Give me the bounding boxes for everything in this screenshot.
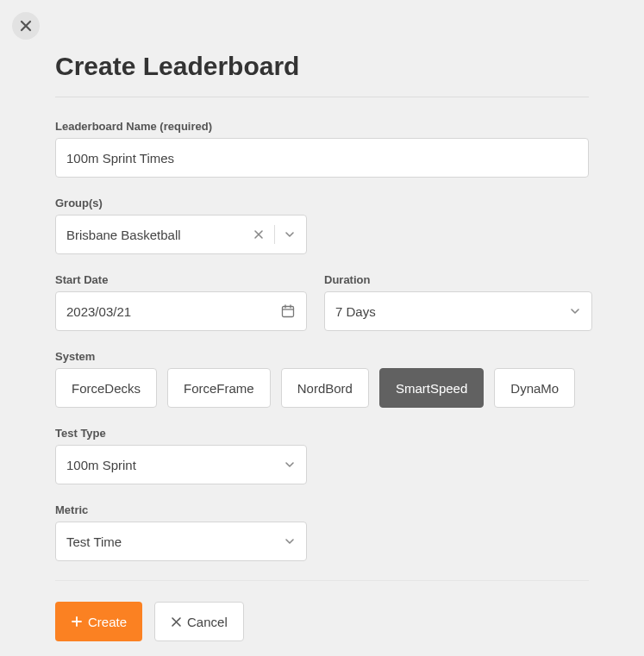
chevron-down-icon — [569, 305, 581, 317]
cancel-button[interactable]: Cancel — [154, 602, 244, 641]
groups-label: Group(s) — [55, 197, 589, 209]
system-option-smartspeed[interactable]: SmartSpeed — [379, 368, 484, 408]
system-segmented: ForceDecksForceFrameNordBordSmartSpeedDy… — [55, 368, 589, 408]
chevron-down-icon — [284, 459, 296, 471]
page-title: Create Leaderboard — [55, 52, 589, 81]
close-icon — [171, 616, 182, 628]
groups-select[interactable]: Brisbane Basketball — [55, 215, 307, 254]
separator — [274, 225, 275, 244]
metric-select[interactable]: Test Time — [55, 522, 307, 561]
duration-label: Duration — [324, 273, 592, 286]
create-button-label: Create — [88, 615, 127, 629]
calendar-button[interactable] — [280, 303, 296, 319]
cancel-button-label: Cancel — [187, 615, 228, 629]
system-label: System — [55, 350, 589, 363]
chevron-down-icon — [284, 228, 296, 241]
start-date-input[interactable]: 2023/03/21 — [55, 291, 307, 331]
leaderboard-name-input[interactable] — [55, 138, 589, 178]
system-option-forcedecks[interactable]: ForceDecks — [55, 368, 157, 408]
duration-select[interactable]: 7 Days — [324, 291, 592, 331]
start-date-value: 2023/03/21 — [66, 304, 280, 319]
start-date-label: Start Date — [55, 273, 307, 286]
close-icon — [253, 229, 264, 240]
close-button[interactable] — [12, 12, 40, 40]
system-option-nordbord[interactable]: NordBord — [281, 368, 369, 408]
groups-value: Brisbane Basketball — [66, 228, 250, 242]
duration-value: 7 Days — [335, 304, 569, 319]
groups-clear-button[interactable] — [250, 226, 267, 243]
metric-value: Test Time — [66, 534, 284, 549]
plus-icon — [71, 615, 83, 628]
system-option-forceframe[interactable]: ForceFrame — [167, 368, 271, 408]
chevron-down-icon — [284, 535, 296, 547]
test-type-value: 100m Sprint — [66, 458, 284, 472]
test-type-select[interactable]: 100m Sprint — [55, 445, 307, 484]
calendar-icon — [280, 303, 296, 319]
test-type-label: Test Type — [55, 427, 589, 440]
close-icon — [19, 19, 33, 33]
divider — [55, 97, 589, 97]
create-button[interactable]: Create — [55, 602, 142, 641]
system-option-dynamo[interactable]: DynaMo — [494, 368, 575, 408]
metric-label: Metric — [55, 503, 589, 516]
name-label: Leaderboard Name (required) — [55, 120, 589, 133]
groups-dropdown-toggle[interactable] — [282, 225, 297, 244]
svg-rect-0 — [283, 307, 294, 317]
